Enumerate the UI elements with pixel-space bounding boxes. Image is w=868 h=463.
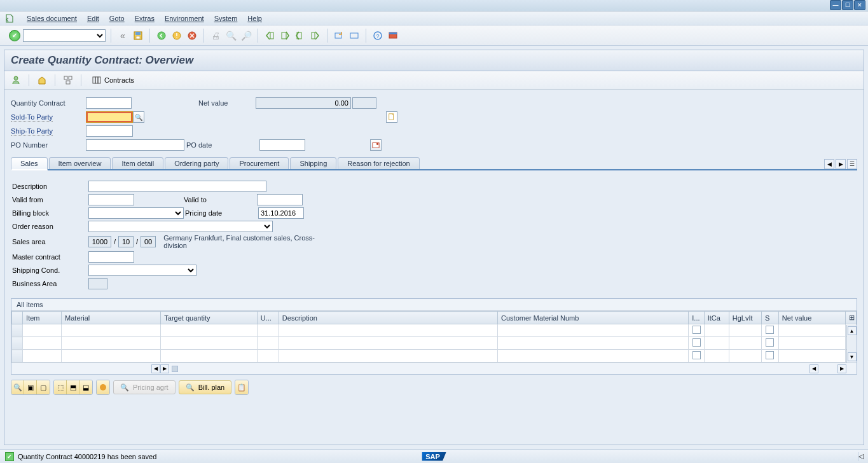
- col-cust-material[interactable]: Customer Material Numb: [498, 312, 689, 324]
- row-handle[interactable]: [12, 350, 23, 363]
- enter-button[interactable]: ✔: [9, 30, 20, 41]
- tab-shipping[interactable]: Shipping: [290, 157, 336, 169]
- ship-to-label[interactable]: Ship-To Party: [11, 127, 53, 135]
- cell-uom[interactable]: [257, 324, 279, 337]
- window-minimize-button[interactable]: [830, 0, 841, 10]
- display-header-icon[interactable]: [10, 74, 22, 86]
- cell-s[interactable]: [762, 350, 779, 363]
- save-icon[interactable]: [132, 29, 144, 42]
- cell-material[interactable]: [62, 324, 161, 337]
- btn-extra[interactable]: 📋: [235, 380, 248, 394]
- tab-scroll-right[interactable]: ▶: [836, 159, 846, 169]
- qty-contract-input[interactable]: [86, 97, 132, 109]
- cell-description[interactable]: [279, 337, 497, 350]
- back-icon[interactable]: [155, 29, 168, 42]
- cell-itca[interactable]: [704, 324, 729, 337]
- col-itca[interactable]: ItCa: [704, 312, 729, 324]
- cell-cust-material[interactable]: [498, 337, 689, 350]
- btn-select-all[interactable]: ▣: [24, 380, 37, 394]
- cell-s[interactable]: [762, 337, 779, 350]
- tab-list-button[interactable]: ☰: [847, 159, 857, 169]
- order-reason-select[interactable]: [88, 221, 273, 232]
- col-target-qty[interactable]: Target quantity: [161, 312, 257, 324]
- po-date-input[interactable]: [259, 139, 305, 151]
- cell-hglvit[interactable]: [729, 337, 761, 350]
- table-vertical-scrollbar[interactable]: ▲ ▼: [846, 325, 857, 363]
- cell-item[interactable]: [23, 350, 62, 363]
- menu-edit[interactable]: Edit: [82, 13, 104, 24]
- btn-display-item[interactable]: 🔍: [11, 380, 24, 394]
- menu-sales-document[interactable]: Sales document: [22, 13, 82, 24]
- cell-itca[interactable]: [704, 337, 729, 350]
- cell-uom[interactable]: [257, 350, 279, 363]
- cell-i[interactable]: [689, 350, 704, 363]
- cell-cust-material[interactable]: [498, 350, 689, 363]
- cell-target-qty[interactable]: [161, 350, 257, 363]
- billing-block-select[interactable]: [88, 207, 184, 219]
- cell-material[interactable]: [62, 350, 161, 363]
- cell-i[interactable]: [689, 337, 704, 350]
- cell-item[interactable]: [23, 324, 62, 337]
- cell-material[interactable]: [62, 337, 161, 350]
- table-horizontal-scrollbar[interactable]: ◀ ▶ ◀ ▶: [11, 363, 857, 374]
- table-config-icon[interactable]: ⊞: [845, 312, 856, 324]
- cell-itca[interactable]: [704, 350, 729, 363]
- btn-config-2[interactable]: ⬒: [67, 380, 79, 394]
- shortcut-icon[interactable]: [348, 29, 361, 42]
- col-hglvit[interactable]: HgLvIt: [729, 312, 761, 324]
- create-doc-icon[interactable]: [386, 111, 397, 123]
- sold-to-label[interactable]: Sold-To Party: [11, 113, 53, 121]
- menu-system[interactable]: System: [209, 13, 243, 24]
- row-handle[interactable]: [12, 337, 23, 350]
- btn-config-3[interactable]: ⬓: [79, 380, 92, 394]
- description-input[interactable]: [88, 181, 266, 192]
- ship-to-input[interactable]: [86, 125, 133, 137]
- tab-scroll-left[interactable]: ◀: [824, 159, 834, 169]
- toolbar-back-icon[interactable]: «: [116, 29, 129, 42]
- po-number-input[interactable]: [86, 139, 184, 151]
- tab-sales[interactable]: Sales: [11, 157, 48, 170]
- col-s[interactable]: S: [762, 312, 779, 324]
- col-net-value[interactable]: Net value: [778, 312, 845, 324]
- row-handle[interactable]: [12, 324, 23, 337]
- valid-from-input[interactable]: [88, 194, 134, 205]
- pricing-date-input[interactable]: [258, 207, 304, 219]
- cell-description[interactable]: [279, 324, 497, 337]
- cell-net-value[interactable]: [778, 324, 845, 337]
- tab-item-overview[interactable]: Item overview: [49, 157, 111, 169]
- layout-icon[interactable]: [387, 29, 399, 42]
- menu-goto[interactable]: Goto: [104, 13, 130, 24]
- col-item[interactable]: Item: [23, 312, 62, 324]
- contracts-button[interactable]: Contracts: [88, 74, 138, 86]
- cell-hglvit[interactable]: [729, 324, 761, 337]
- col-uom[interactable]: U...: [257, 312, 279, 324]
- menu-environment[interactable]: Environment: [160, 13, 209, 24]
- cell-s[interactable]: [762, 324, 779, 337]
- cell-hglvit[interactable]: [729, 350, 761, 363]
- cell-description[interactable]: [279, 350, 497, 363]
- cell-net-value[interactable]: [778, 350, 845, 363]
- help-icon[interactable]: ?: [371, 29, 384, 42]
- prev-page-icon[interactable]: [279, 29, 291, 42]
- tab-ordering-party[interactable]: Ordering party: [165, 157, 228, 169]
- new-session-icon[interactable]: [333, 29, 345, 42]
- orders-icon[interactable]: [36, 74, 48, 86]
- document-flow-icon[interactable]: [62, 74, 74, 86]
- cell-item[interactable]: [23, 337, 62, 350]
- btn-propose-items[interactable]: [97, 380, 109, 394]
- next-page-icon[interactable]: [294, 29, 307, 42]
- po-extra-icon[interactable]: [370, 139, 382, 151]
- table-row[interactable]: [12, 337, 857, 350]
- command-field-icon[interactable]: [4, 13, 15, 24]
- cell-uom[interactable]: [257, 337, 279, 350]
- col-description[interactable]: Description: [279, 312, 497, 324]
- btn-deselect-all[interactable]: ▢: [37, 380, 50, 394]
- cancel-icon[interactable]: [186, 29, 198, 42]
- cell-net-value[interactable]: [778, 337, 845, 350]
- tab-procurement[interactable]: Procurement: [230, 157, 289, 169]
- command-field[interactable]: [23, 29, 106, 42]
- sold-to-input[interactable]: [86, 111, 133, 123]
- exit-icon[interactable]: [170, 29, 183, 42]
- col-material[interactable]: Material: [62, 312, 161, 324]
- tab-reason-rejection[interactable]: Reason for rejection: [338, 157, 419, 169]
